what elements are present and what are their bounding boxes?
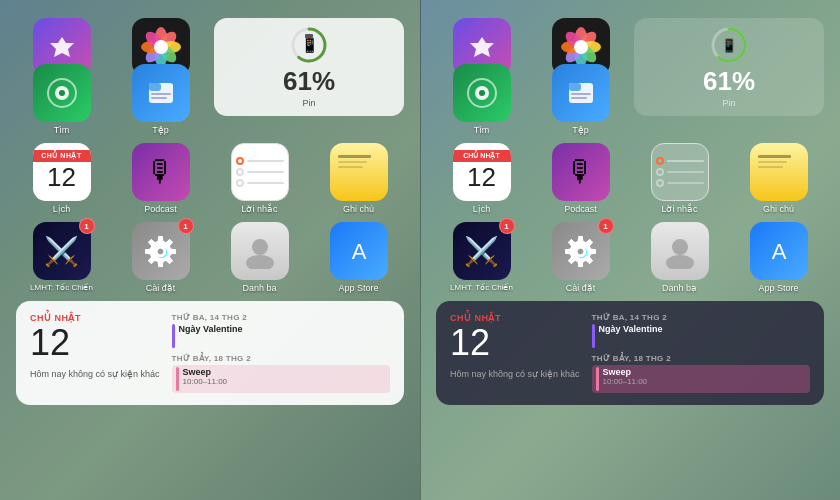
calendar-header-left: CHỦ NHẬT <box>33 150 91 162</box>
event-date-2-right: THỨ BẢY, 18 THG 2 <box>592 354 810 363</box>
settings-badge-left: 1 <box>178 218 194 234</box>
appstore-label-left: App Store <box>338 283 378 293</box>
event-date-1-left: THỨ BA, 14 THG 2 <box>172 313 390 322</box>
event-row-1-right: Ngày Valentine <box>592 324 810 348</box>
event-text-1-right: Ngày Valentine <box>599 324 663 348</box>
panel-divider <box>420 0 421 500</box>
event-time-2-right: 10:00–11:00 <box>603 377 648 386</box>
event-date-1-right: THỨ BA, 14 THG 2 <box>592 313 810 322</box>
appstore-label-right: App Store <box>758 283 798 293</box>
svg-point-20 <box>246 255 274 269</box>
reminders-icon-left <box>231 143 289 201</box>
files-app-left[interactable]: Tệp <box>115 64 206 135</box>
widget-left-section-left: CHỦ NHẬT 12 Hôm nay không có sự kiện khá… <box>30 313 160 393</box>
game-label-right: LMHT: Tốc Chiến <box>450 283 513 292</box>
files-icon-left <box>132 64 190 122</box>
app-row-3-left: CHỦ NHẬT 12 Lịch 🎙 Podcast <box>16 143 404 214</box>
contacts-label-left: Danh ba <box>242 283 276 293</box>
widget-left-section-right: CHỦ NHẬT 12 Hôm nay không có sự kiện khá… <box>450 313 580 393</box>
appstore-icon-right: A <box>750 222 808 280</box>
contacts-app-right[interactable]: Danh bạ <box>634 222 725 293</box>
files-label-right: Tệp <box>572 125 589 135</box>
game-badge-left: 1 <box>79 218 95 234</box>
event-name-1-left: Ngày Valentine <box>179 324 243 334</box>
game-app-left[interactable]: ⚔️ 1 LMHT: Tốc Chiến <box>16 222 107 293</box>
svg-rect-17 <box>151 93 171 95</box>
app-row-4-right: ⚔️ 1 LMHT: Tốc Chiến ⚙️ 1 Cài đặt <box>436 222 824 293</box>
podcast-icon-right: 🎙 <box>552 143 610 201</box>
svg-text:A: A <box>351 239 366 264</box>
calendar-icon-right: CHỦ NHẬT 12 <box>453 143 511 201</box>
appstore-app-left[interactable]: A App Store <box>313 222 404 293</box>
notes-icon-right <box>750 143 808 201</box>
calendar-widget-left: CHỦ NHẬT 12 Hôm nay không có sự kiện khá… <box>16 301 404 405</box>
phone-panel-right: Phím tắt Ảnh <box>420 0 840 500</box>
notes-icon-left <box>330 143 388 201</box>
phone-content-right: Phím tắt Ảnh <box>420 0 840 415</box>
contacts-app-left[interactable]: Danh ba <box>214 222 305 293</box>
files-icon-right <box>552 64 610 122</box>
phone-panel-left: Phím tắt Ảnh <box>0 0 420 500</box>
event-text-2-right: Sweep 10:00–11:00 <box>603 367 648 391</box>
event-name-2-left: Sweep <box>183 367 228 377</box>
calendar-day-left: 12 <box>47 162 76 193</box>
settings-app-left[interactable]: ⚙️ 1 Cài đặt <box>115 222 206 293</box>
notes-label-left: Ghi chú <box>343 204 374 214</box>
app-row-4-left: ⚔️ 1 LMHT: Tốc Chiến ⚙️ 1 Cài đặt <box>16 222 404 293</box>
widget-no-event-right: Hôm nay không có sự kiện khác <box>450 369 580 379</box>
reminders-app-right[interactable]: Lời nhắc <box>634 143 725 214</box>
event-item-1-left: THỨ BA, 14 THG 2 Ngày Valentine <box>172 313 390 348</box>
app-row-2-right: Tìm Tệp <box>436 64 824 135</box>
widget-day-num-left: 12 <box>30 323 160 363</box>
battery-circle-right: 📱 <box>710 26 748 64</box>
app-row-2-left: Tìm Tệp <box>16 64 404 135</box>
findmy-app-right[interactable]: Tìm <box>436 64 527 135</box>
findmy-label-right: Tìm <box>474 125 490 135</box>
calendar-icon-left: CHỦ NHẬT 12 <box>33 143 91 201</box>
widget-day-num-right: 12 <box>450 323 580 363</box>
files-app-right[interactable]: Tệp <box>535 64 626 135</box>
podcast-app-right[interactable]: 🎙 Podcast <box>535 143 626 214</box>
event-item-1-right: THỨ BA, 14 THG 2 Ngày Valentine <box>592 313 810 348</box>
podcast-label-left: Podcast <box>144 204 177 214</box>
svg-rect-16 <box>149 83 161 91</box>
game-badge-right: 1 <box>499 218 515 234</box>
calendar-label-right: Lịch <box>473 204 491 214</box>
findmy-app-left[interactable]: Tìm <box>16 64 107 135</box>
svg-rect-37 <box>569 83 581 91</box>
notes-app-right[interactable]: Ghi chú <box>733 143 824 214</box>
event-text-1-left: Ngày Valentine <box>179 324 243 348</box>
phone-content-left: Phím tắt Ảnh <box>0 0 420 415</box>
event-row-2-right: Sweep 10:00–11:00 <box>592 365 810 393</box>
svg-text:A: A <box>771 239 786 264</box>
svg-point-19 <box>252 239 268 255</box>
event-item-2-right: THỨ BẢY, 18 THG 2 Sweep 10:00–11:00 <box>592 354 810 393</box>
event-date-2-left: THỨ BẢY, 18 THG 2 <box>172 354 390 363</box>
settings-app-right[interactable]: ⚙️ 1 Cài đặt <box>535 222 626 293</box>
settings-label-left: Cài đặt <box>146 283 176 293</box>
game-app-right[interactable]: ⚔️ 1 LMHT: Tốc Chiến <box>436 222 527 293</box>
svg-rect-39 <box>571 97 587 99</box>
event-text-2-left: Sweep 10:00–11:00 <box>183 367 228 391</box>
calendar-app-right[interactable]: CHỦ NHẬT 12 Lịch <box>436 143 527 214</box>
reminders-app-left[interactable]: Lời nhắc <box>214 143 305 214</box>
event-row-2-left: Sweep 10:00–11:00 <box>172 365 390 393</box>
svg-point-14 <box>59 90 65 96</box>
event-item-2-left: THỨ BẢY, 18 THG 2 Sweep 10:00–11:00 <box>172 354 390 393</box>
notes-app-left[interactable]: Ghi chú <box>313 143 404 214</box>
podcast-app-left[interactable]: 🎙 Podcast <box>115 143 206 214</box>
widget-right-section-right: THỨ BA, 14 THG 2 Ngày Valentine THỨ BẢY,… <box>592 313 810 393</box>
settings-badge-right: 1 <box>598 218 614 234</box>
findmy-icon-right <box>453 64 511 122</box>
widget-no-event-left: Hôm nay không có sự kiện khác <box>30 369 160 379</box>
files-label-left: Tệp <box>152 125 169 135</box>
settings-label-right: Cài đặt <box>566 283 596 293</box>
calendar-app-left[interactable]: CHỦ NHẬT 12 Lịch <box>16 143 107 214</box>
svg-rect-18 <box>151 97 167 99</box>
svg-point-8 <box>154 40 168 54</box>
svg-point-40 <box>672 239 688 255</box>
event-bar-2-left <box>176 367 179 391</box>
appstore-app-right[interactable]: A App Store <box>733 222 824 293</box>
game-label-left: LMHT: Tốc Chiến <box>30 283 93 292</box>
calendar-label-left: Lịch <box>53 204 71 214</box>
